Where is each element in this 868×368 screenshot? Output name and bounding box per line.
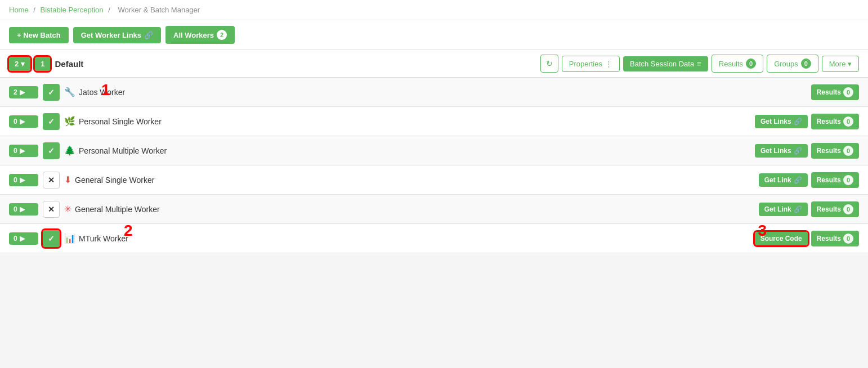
worker-actions-general-multiple: Get Link 🔗Results 0 [759, 201, 859, 217]
worker-row-jatos: 2▶✓🔧Jatos WorkerResults 0 [0, 78, 868, 107]
worker-count-btn-mturk[interactable]: 0▶ [9, 232, 38, 245]
batch-name: Default [55, 59, 83, 69]
worker-check-btn-personal-multiple[interactable]: ✓ [43, 142, 60, 159]
get-links-btn-general-multiple[interactable]: Get Link 🔗 [759, 203, 808, 216]
link-icon-general-single: 🔗 [794, 176, 802, 184]
batch-bar: 2 ▾ 1 Default ↻ Properties ⋮ Batch Sessi… [0, 50, 868, 78]
results-count-general-multiple: 0 [843, 204, 853, 214]
worker-name-mturk: 📊MTurk Worker [64, 233, 750, 244]
arrow-right-icon: ▶ [20, 235, 25, 243]
worker-count-personal-single: 0 [14, 118, 17, 125]
worker-check-btn-personal-single[interactable]: ✓ [43, 113, 60, 130]
breadcrumb-home[interactable]: Home [9, 6, 29, 14]
toolbar: + New Batch Get Worker Links 🔗 All Worke… [0, 20, 868, 50]
worker-name-personal-multiple: 🌲Personal Multiple Worker [64, 145, 750, 156]
batch-number: 1 [41, 60, 44, 68]
source-code-btn-mturk[interactable]: Source Code [755, 232, 808, 245]
batch-count: 2 [15, 60, 19, 68]
results-btn-jatos[interactable]: Results 0 [811, 84, 859, 100]
worker-actions-jatos: Results 0 [811, 84, 859, 100]
worker-actions-mturk: Source CodeResults 0 [755, 231, 859, 246]
results-count-jatos: 0 [843, 87, 853, 97]
results-count-personal-multiple: 0 [843, 146, 853, 156]
properties-button[interactable]: Properties ⋮ [562, 56, 620, 72]
more-button[interactable]: More ▾ [822, 56, 859, 72]
breadcrumb-bistable[interactable]: Bistable Perception [41, 6, 104, 14]
worker-row-general-multiple: 0▶✕✳General Multiple WorkerGet Link 🔗Res… [0, 195, 868, 224]
worker-check-btn-jatos[interactable]: ✓ [43, 84, 60, 101]
worker-count-btn-personal-single[interactable]: 0▶ [9, 115, 38, 128]
link-icon-general-multiple: 🔗 [794, 205, 802, 213]
all-workers-count: 2 [217, 30, 227, 40]
worker-count-btn-general-multiple[interactable]: 0▶ [9, 203, 38, 216]
batch-left: 2 ▾ 1 Default [9, 57, 83, 71]
results-btn-personal-single[interactable]: Results 0 [811, 114, 859, 129]
results-btn-mturk[interactable]: Results 0 [811, 231, 859, 246]
worker-check-btn-general-multiple[interactable]: ✕ [43, 201, 60, 218]
worker-name-personal-single: 🌿Personal Single Worker [64, 116, 750, 127]
worker-row-mturk: 0▶✓📊MTurk WorkerSource CodeResults 0 [0, 224, 868, 253]
worker-actions-general-single: Get Link 🔗Results 0 [759, 172, 859, 188]
results-btn-general-single[interactable]: Results 0 [811, 172, 859, 188]
worker-row-general-single: 0▶✕⬇General Single WorkerGet Link 🔗Resul… [0, 165, 868, 195]
worker-count-btn-personal-multiple[interactable]: 0▶ [9, 145, 38, 157]
leaf-icon: 🌿 [64, 116, 75, 127]
chart-icon: 📊 [64, 233, 75, 244]
worker-row-personal-single: 0▶✓🌿Personal Single WorkerGet Links 🔗Res… [0, 107, 868, 136]
worker-name-jatos: 🔧Jatos Worker [64, 87, 807, 97]
new-batch-button[interactable]: + New Batch [9, 27, 69, 43]
results-button[interactable]: Results 0 [712, 55, 763, 73]
worker-label-general-multiple: General Multiple Worker [75, 205, 160, 214]
asterisk-icon: ✳ [64, 204, 71, 214]
results-btn-personal-multiple[interactable]: Results 0 [811, 143, 859, 159]
worker-label-personal-multiple: Personal Multiple Worker [79, 146, 167, 155]
breadcrumb: Home / Bistable Perception / Worker & Ba… [0, 0, 868, 20]
get-links-btn-personal-multiple[interactable]: Get Links 🔗 [755, 144, 808, 158]
worker-name-general-multiple: ✳General Multiple Worker [64, 204, 754, 214]
worker-count-btn-jatos[interactable]: 2▶ [9, 86, 38, 98]
worker-actions-personal-single: Get Links 🔗Results 0 [755, 114, 859, 129]
source-code-label: Source Code [760, 235, 802, 243]
refresh-button[interactable]: ↻ [540, 55, 558, 73]
batch-session-label: Batch Session Data [630, 60, 694, 68]
chevron-down-icon: ▾ [21, 60, 25, 68]
worker-count-jatos: 2 [14, 88, 17, 96]
arrow-right-icon: ▶ [20, 88, 25, 96]
results-count-personal-single: 0 [843, 116, 853, 127]
groups-button[interactable]: Groups 0 [767, 55, 818, 73]
worker-label-jatos: Jatos Worker [79, 88, 125, 97]
link-icon: 🔗 [144, 31, 153, 39]
worker-check-btn-mturk[interactable]: ✓ [43, 230, 60, 247]
worker-count-general-single: 0 [14, 176, 17, 184]
arrow-right-icon: ▶ [20, 147, 25, 155]
all-workers-label: All Workers [173, 31, 214, 39]
refresh-icon: ↻ [546, 59, 553, 68]
table-icon: ≡ [697, 60, 701, 68]
get-worker-links-button[interactable]: Get Worker Links 🔗 [73, 27, 161, 43]
arrow-right-icon: ▶ [20, 118, 25, 125]
link-icon-personal-single: 🔗 [794, 118, 802, 125]
get-links-btn-general-single[interactable]: Get Link 🔗 [759, 173, 808, 187]
arrow-right-icon: ▶ [20, 176, 25, 184]
worker-count-personal-multiple: 0 [14, 147, 17, 155]
worker-check-btn-general-single[interactable]: ✕ [43, 172, 60, 189]
worker-count-btn-general-single[interactable]: 0▶ [9, 174, 38, 186]
worker-label-general-single: General Single Worker [75, 176, 154, 185]
results-btn-general-multiple[interactable]: Results 0 [811, 201, 859, 217]
link-icon-personal-multiple: 🔗 [794, 147, 802, 155]
wrench-icon: 🔧 [64, 87, 75, 97]
results-count: 0 [746, 59, 756, 69]
arrow-right-icon: ▶ [20, 205, 25, 213]
worker-list: 2▶✓🔧Jatos WorkerResults 00▶✓🌿Personal Si… [0, 78, 868, 253]
batch-number-button[interactable]: 1 [35, 57, 50, 71]
worker-label-personal-single: Personal Single Worker [79, 117, 162, 126]
groups-count: 0 [801, 59, 811, 69]
get-links-btn-personal-single[interactable]: Get Links 🔗 [755, 115, 808, 128]
all-workers-button[interactable]: All Workers 2 [165, 26, 235, 44]
worker-count-general-multiple: 0 [14, 205, 17, 213]
worker-count-mturk: 0 [14, 235, 17, 243]
properties-label: Properties [569, 60, 602, 68]
batch-count-button[interactable]: 2 ▾ [9, 57, 30, 71]
get-worker-links-label: Get Worker Links [81, 31, 141, 39]
batch-session-button[interactable]: Batch Session Data ≡ [623, 56, 708, 71]
